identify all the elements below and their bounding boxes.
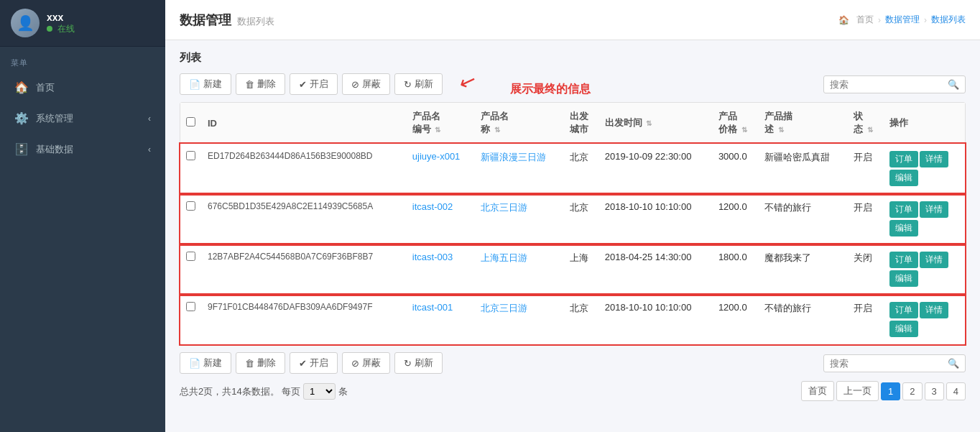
search-input-top[interactable]: [830, 79, 945, 90]
toolbar-bottom: 📄 新建 🗑 删除 ✔ 开启 ⊘ 屏蔽 ↻ 刷新 🔍: [180, 352, 966, 374]
block-icon: ⊘: [351, 79, 359, 90]
delete-button[interactable]: 🗑 删除: [236, 73, 285, 95]
detail-button-0[interactable]: 详情: [920, 151, 948, 167]
row-code: itcast-002: [407, 194, 475, 244]
row-city: 北京: [564, 295, 599, 345]
th-price: 产品价格 ⇅: [713, 103, 759, 144]
sidebar-item-home[interactable]: 🏠 首页: [0, 72, 165, 103]
disable-button[interactable]: ⊘ 屏蔽: [342, 73, 390, 95]
menu-label: 菜单: [0, 47, 165, 72]
row-time: 2018-10-10 10:10:00: [599, 194, 713, 244]
sort-icon-name[interactable]: ⇅: [494, 126, 500, 134]
block-icon-bottom: ⊘: [351, 358, 359, 369]
section-title: 列表: [180, 51, 966, 65]
row-checkbox-1[interactable]: [186, 201, 195, 211]
row-desc: 不错的旅行: [759, 295, 848, 345]
page-num-1[interactable]: 1: [881, 382, 900, 400]
ops-buttons: 订单 详情: [889, 151, 959, 170]
row-ops: 订单 详情 编辑: [884, 194, 965, 244]
row-id: 12B7ABF2A4C544568B0A7C69F36BF8B7: [202, 244, 407, 295]
page-prev-button[interactable]: 上一页: [836, 381, 879, 401]
row-checkbox-3[interactable]: [186, 302, 195, 311]
edit-button-2[interactable]: 编辑: [889, 270, 918, 287]
table-row: 676C5BD1D35E429A8C2E114939C5685A itcast-…: [180, 194, 965, 244]
row-name: 新疆浪漫三日游: [475, 144, 564, 194]
home-icon: 🏠: [14, 81, 29, 94]
sidebar-header: 👤 xxx 在线: [0, 0, 165, 47]
th-ops: 操作: [884, 103, 965, 144]
row-price: 3000.0: [713, 144, 759, 194]
edit-button-0[interactable]: 编辑: [889, 170, 918, 186]
row-city: 北京: [564, 194, 599, 244]
sidebar-item-basic[interactable]: 🗄️ 基础数据 ‹: [0, 134, 165, 165]
sidebar: 👤 xxx 在线 菜单 🏠 首页 ⚙️ 系统管理 ‹ 🗄️ 基础数据 ‹: [0, 0, 165, 432]
new-button-bottom[interactable]: 📄 新建: [180, 352, 231, 374]
breadcrumb-list: 数据列表: [931, 14, 966, 26]
row-desc: 魔都我来了: [759, 244, 848, 295]
row-name: 北京三日游: [475, 295, 564, 345]
refresh-button-bottom[interactable]: ↻ 刷新: [394, 352, 443, 374]
enable-button-bottom[interactable]: ✔ 开启: [290, 352, 338, 374]
username: xxx: [47, 12, 75, 23]
ops-buttons: 订单 详情: [889, 302, 959, 321]
refresh-button[interactable]: ↻ 刷新: [394, 73, 443, 95]
content-area: 列表 📄 新建 🗑 删除 ✔ 开启 ⊘ 屏蔽 ↻ 刷新: [165, 40, 980, 432]
chevron-icon-basic: ‹: [148, 144, 151, 155]
row-code: itcast-001: [407, 295, 475, 345]
refresh-icon: ↻: [404, 79, 412, 90]
new-icon: 📄: [189, 79, 200, 90]
row-checkbox-2[interactable]: [186, 252, 195, 261]
page-num-3[interactable]: 3: [925, 382, 944, 400]
row-checkbox-cell: [180, 295, 202, 345]
detail-button-2[interactable]: 详情: [920, 252, 948, 268]
search-input-bottom[interactable]: [830, 358, 945, 369]
sidebar-item-system[interactable]: ⚙️ 系统管理 ‹: [0, 103, 165, 134]
page-num-2[interactable]: 2: [902, 382, 922, 400]
order-button-3[interactable]: 订单: [889, 302, 918, 318]
row-ops: 订单 详情 编辑: [884, 144, 965, 194]
per-page-select[interactable]: 1 10 20 50: [303, 383, 336, 400]
row-time: 2018-10-10 10:10:00: [599, 295, 713, 345]
row-ops: 订单 详情 编辑: [884, 295, 965, 345]
row-status: 关闭: [848, 244, 883, 295]
row-city: 上海: [564, 244, 599, 295]
detail-button-1[interactable]: 详情: [920, 201, 948, 218]
annotation-text: 展示最终的信息: [510, 82, 591, 97]
page-num-4[interactable]: 4: [946, 382, 966, 400]
row-checkbox-0[interactable]: [186, 151, 195, 160]
delete-button-bottom[interactable]: 🗑 删除: [236, 352, 285, 374]
enable-button[interactable]: ✔ 开启: [290, 73, 338, 95]
order-button-1[interactable]: 订单: [889, 201, 918, 218]
detail-button-3[interactable]: 详情: [920, 302, 948, 318]
page-first-button[interactable]: 首页: [801, 381, 834, 401]
sort-icon-desc[interactable]: ⇅: [778, 126, 784, 134]
breadcrumb: 🏠 首页 › 数据管理 › 数据列表: [838, 14, 966, 26]
table-row: 12B7ABF2A4C544568B0A7C69F36BF8B7 itcast-…: [180, 244, 965, 295]
row-name: 北京三日游: [475, 194, 564, 244]
row-checkbox-cell: [180, 144, 202, 194]
order-button-2[interactable]: 订单: [889, 252, 918, 268]
disable-button-bottom[interactable]: ⊘ 屏蔽: [342, 352, 390, 374]
th-code: 产品名编号 ⇅: [407, 103, 475, 144]
sort-icon-status[interactable]: ⇅: [867, 126, 873, 134]
sort-icon-time[interactable]: ⇅: [646, 119, 652, 127]
delete-icon: 🗑: [245, 79, 254, 90]
search-icon-bottom[interactable]: 🔍: [948, 358, 959, 369]
breadcrumb-data: 数据管理: [885, 14, 920, 26]
sidebar-basic-label: 基础数据: [36, 143, 148, 156]
row-name: 上海五日游: [475, 244, 564, 295]
search-icon-top[interactable]: 🔍: [948, 79, 959, 90]
row-status: 开启: [848, 295, 883, 345]
new-button[interactable]: 📄 新建: [180, 73, 231, 95]
row-code: itcast-003: [407, 244, 475, 295]
check-icon: ✔: [299, 79, 307, 90]
sort-icon-code[interactable]: ⇅: [435, 126, 440, 134]
sort-icon-price[interactable]: ⇅: [741, 126, 747, 134]
edit-button-3[interactable]: 编辑: [889, 321, 918, 337]
order-button-0[interactable]: 订单: [889, 151, 918, 167]
row-checkbox-cell: [180, 244, 202, 295]
breadcrumb-sep-1: ›: [878, 15, 881, 25]
select-all-checkbox[interactable]: [186, 117, 195, 127]
edit-button-1[interactable]: 编辑: [889, 220, 918, 236]
row-price: 1800.0: [713, 244, 759, 295]
